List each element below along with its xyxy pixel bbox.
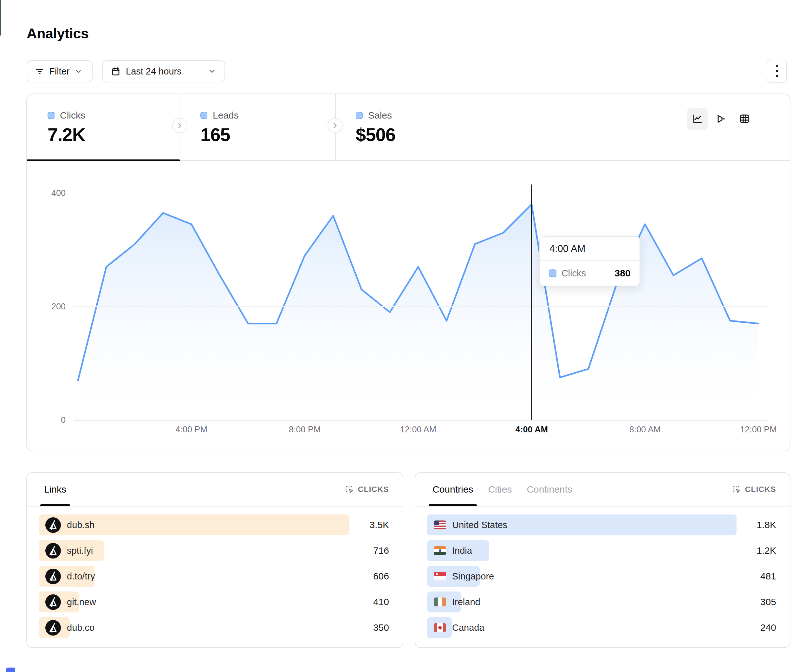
row-value: 716	[373, 540, 389, 561]
tooltip-time: 4:00 AM	[540, 237, 640, 261]
chevron-down-icon	[74, 67, 82, 75]
y-axis-tick: 400	[27, 187, 66, 200]
row-value: 240	[760, 617, 776, 638]
viewport-bottom-artifact	[6, 668, 15, 672]
row-label: Ireland	[452, 597, 480, 607]
filter-lines-icon	[35, 67, 44, 76]
chart-view-switcher	[687, 108, 755, 130]
tab-links[interactable]: Links	[40, 473, 70, 506]
countries-panel: CountriesCitiesContinents CLICKS United …	[415, 472, 790, 648]
tab-clicks[interactable]: Clicks 7.2K	[27, 94, 180, 161]
row-value: 350	[373, 617, 389, 638]
link-row[interactable]: dub.co350	[39, 617, 389, 638]
link-row[interactable]: spti.fyi716	[39, 540, 389, 561]
chart-area-fill	[78, 205, 758, 420]
sg-flag-icon	[434, 572, 446, 581]
x-axis-tick: 4:00 AM	[503, 425, 560, 435]
chart-tooltip: 4:00 AM Clicks 380	[539, 236, 640, 286]
y-gridline	[73, 306, 768, 307]
analytics-page: Analytics Filter Last 24 hours Clicks	[0, 0, 812, 672]
links-panel-tabs: Links	[40, 473, 70, 506]
dub-logo-icon	[45, 594, 61, 610]
metric-value: $506	[356, 124, 494, 145]
link-row[interactable]: d.to/try606	[39, 566, 389, 587]
country-row[interactable]: United States1.8K	[427, 515, 776, 536]
us-flag-icon	[434, 520, 446, 529]
panel-header-divider	[415, 506, 790, 507]
links-metric-chip[interactable]: CLICKS	[345, 473, 389, 506]
metric-label: Leads	[213, 110, 239, 121]
link-favicon	[45, 594, 61, 610]
chevron-down-icon	[208, 67, 216, 75]
viewport-edge-accent	[0, 0, 1, 36]
country-row[interactable]: Singapore481	[427, 566, 776, 587]
chart-hover-line	[531, 184, 532, 420]
funnel-view-button[interactable]	[711, 108, 732, 130]
ca-flag-icon	[434, 623, 446, 632]
link-row[interactable]: git.new410	[39, 592, 389, 612]
sales-legend-swatch	[356, 112, 363, 119]
row-label: spti.fyi	[67, 546, 93, 556]
tab-continents[interactable]: Continents	[523, 473, 576, 506]
page-title: Analytics	[27, 26, 89, 42]
panel-header-divider	[27, 506, 403, 507]
chevron-right-icon	[331, 121, 339, 130]
row-value: 606	[373, 566, 389, 587]
links-list: dub.sh3.5Kspti.fyi716d.to/try606git.new4…	[39, 515, 389, 643]
line-chart-view-button[interactable]	[687, 108, 708, 130]
link-favicon	[45, 620, 61, 636]
countries-panel-tabs: CountriesCitiesContinents	[429, 473, 576, 506]
more-options-button[interactable]	[767, 59, 787, 83]
link-favicon	[45, 569, 61, 584]
row-value: 1.8K	[757, 515, 776, 536]
ie-flag-icon	[434, 597, 446, 606]
country-row[interactable]: India1.2K	[427, 540, 776, 561]
line-chart-icon	[692, 113, 703, 125]
dub-logo-icon	[45, 543, 61, 559]
expand-leads-tab-button[interactable]	[328, 118, 343, 133]
tab-countries[interactable]: Countries	[429, 473, 477, 506]
leads-legend-swatch	[200, 112, 207, 119]
link-row[interactable]: dub.sh3.5K	[39, 515, 389, 536]
funnel-icon	[715, 113, 727, 125]
links-panel: Links CLICKS dub.sh3.5Kspti.fyi716d.to/t…	[26, 472, 403, 648]
metric-value: 7.2K	[48, 124, 180, 145]
row-label: git.new	[67, 597, 96, 607]
y-axis-tick: 0	[27, 414, 66, 426]
tab-cities[interactable]: Cities	[484, 473, 515, 506]
country-row[interactable]: Canada240	[427, 617, 776, 638]
tooltip-legend-swatch	[549, 269, 556, 277]
row-value: 305	[760, 592, 776, 612]
expand-clicks-tab-button[interactable]	[172, 118, 188, 133]
in-flag-icon	[434, 546, 446, 555]
cursor-click-icon	[732, 484, 741, 494]
tab-sales[interactable]: Sales $506	[335, 94, 494, 161]
x-axis-tick: 12:00 PM	[730, 425, 787, 435]
row-value: 481	[760, 566, 776, 587]
row-label: dub.co	[67, 623, 94, 633]
dub-logo-icon	[45, 620, 61, 636]
y-axis-tick: 200	[27, 300, 66, 313]
y-gridline	[73, 193, 768, 193]
date-range-label: Last 24 hours	[126, 66, 182, 77]
countries-metric-chip[interactable]: CLICKS	[732, 473, 776, 506]
clicks-legend-swatch	[48, 112, 55, 119]
x-axis-tick: 12:00 AM	[390, 425, 447, 435]
filter-button[interactable]: Filter	[27, 60, 92, 82]
link-favicon	[45, 517, 61, 533]
dub-logo-icon	[45, 517, 61, 533]
filter-button-label: Filter	[49, 66, 70, 77]
chevron-right-icon	[176, 121, 184, 130]
metric-label: Sales	[368, 110, 392, 121]
dub-logo-icon	[45, 569, 61, 584]
analytics-card: Clicks 7.2K Leads 165 Sales $506	[26, 94, 790, 451]
metric-tabs: Clicks 7.2K Leads 165 Sales $506	[27, 94, 790, 161]
date-range-button[interactable]: Last 24 hours	[102, 60, 225, 82]
tab-leads[interactable]: Leads 165	[180, 94, 335, 161]
row-value: 410	[373, 592, 389, 612]
country-row[interactable]: Ireland305	[427, 592, 776, 612]
tooltip-series-label: Clicks	[561, 268, 610, 279]
row-value: 1.2K	[757, 540, 776, 561]
table-view-button[interactable]	[734, 108, 755, 130]
grid-icon	[739, 113, 750, 125]
